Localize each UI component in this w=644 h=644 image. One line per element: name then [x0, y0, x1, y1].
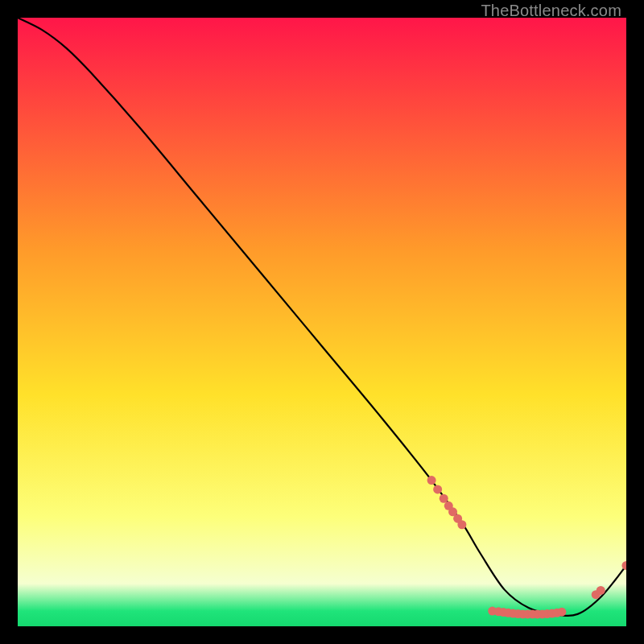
data-dot — [457, 520, 466, 529]
data-dot — [427, 476, 436, 485]
bottleneck-chart — [18, 18, 626, 626]
gradient-background — [18, 18, 626, 626]
data-dot — [557, 608, 566, 617]
data-dot — [597, 586, 605, 595]
data-dot — [440, 494, 448, 503]
data-dot — [433, 485, 442, 493]
